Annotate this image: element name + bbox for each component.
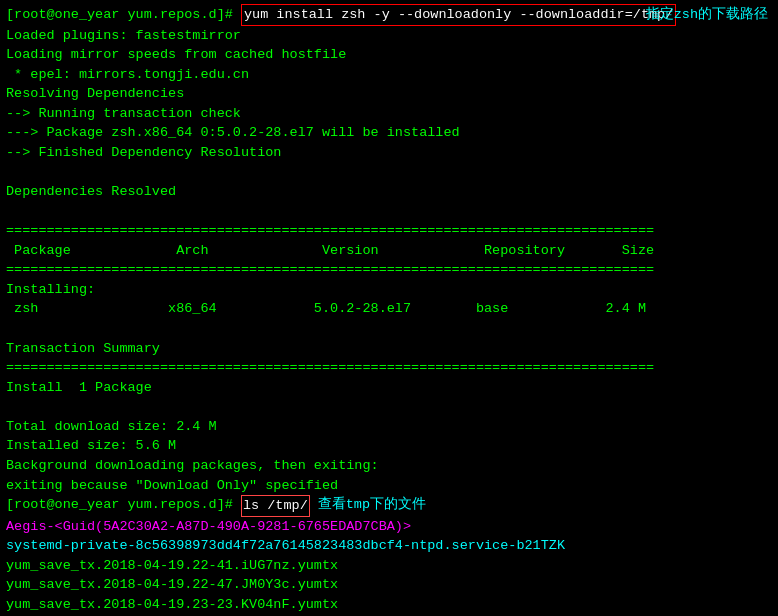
output-line-running: --> Running transaction check [6, 104, 772, 124]
blank-3 [6, 319, 772, 339]
prompt-1: [root@one_year yum.repos.d]# [6, 5, 241, 25]
output-line-yumtx-2: yum_save_tx.2018-04-19.22-47.JM0Y3c.yumt… [6, 575, 772, 595]
ls-annotation: 查看tmp下的文件 [318, 495, 426, 517]
command-line-1: [root@one_year yum.repos.d]# yum install… [6, 4, 772, 26]
command-line-2: [root@one_year yum.repos.d]# ls /tmp/查看t… [6, 495, 772, 517]
annotation-1: 指定zsh的下载路径 [646, 5, 768, 25]
command-box-1[interactable]: yum install zsh -y --downloadonly --down… [241, 4, 676, 26]
separator-2: ========================================… [6, 260, 772, 280]
output-line-loading-mirror: Loading mirror speeds from cached hostfi… [6, 45, 772, 65]
output-line-total-download: Total download size: 2.4 M [6, 417, 772, 437]
blank-1 [6, 163, 772, 183]
output-line-installed-size: Installed size: 5.6 M [6, 436, 772, 456]
table-header: Package Arch Version Repository Size [6, 241, 772, 261]
output-line-loaded-plugins: Loaded plugins: fastestmirror [6, 26, 772, 46]
output-line-epel: * epel: mirrors.tongji.edu.cn [6, 65, 772, 85]
output-line-resolving: Resolving Dependencies [6, 84, 772, 104]
terminal: [root@one_year yum.repos.d]# yum install… [0, 0, 778, 616]
output-line-yumtx-3: yum_save_tx.2018-04-19.23-23.KV04nF.yumt… [6, 595, 772, 615]
output-line-background-downloading: Background downloading packages, then ex… [6, 456, 772, 476]
blank-4 [6, 397, 772, 417]
output-line-systemd: systemd-private-8c56398973dd4f72a7614582… [6, 536, 772, 556]
prompt-2: [root@one_year yum.repos.d]# [6, 495, 241, 517]
output-line-aegis: Aegis-<Guid(5A2C30A2-A87D-490A-9281-6765… [6, 517, 772, 537]
separator-1: ========================================… [6, 221, 772, 241]
ls-command[interactable]: ls /tmp/ [241, 495, 310, 517]
output-line-install-count: Install 1 Package [6, 378, 772, 398]
output-line-dependencies-resolved: Dependencies Resolved [6, 182, 772, 202]
output-line-exiting: exiting because "Download Only" specifie… [6, 476, 772, 496]
output-line-yumtx-1: yum_save_tx.2018-04-19.22-41.iUG7nz.yumt… [6, 556, 772, 576]
blank-2 [6, 202, 772, 222]
output-line-installing: Installing: [6, 280, 772, 300]
output-line-transaction-summary: Transaction Summary [6, 339, 772, 359]
separator-3: ========================================… [6, 358, 772, 378]
output-line-finished: --> Finished Dependency Resolution [6, 143, 772, 163]
output-line-zsh-pkg: zsh x86_64 5.0.2-28.el7 base 2.4 M [6, 299, 772, 319]
output-line-package: ---> Package zsh.x86_64 0:5.0.2-28.el7 w… [6, 123, 772, 143]
